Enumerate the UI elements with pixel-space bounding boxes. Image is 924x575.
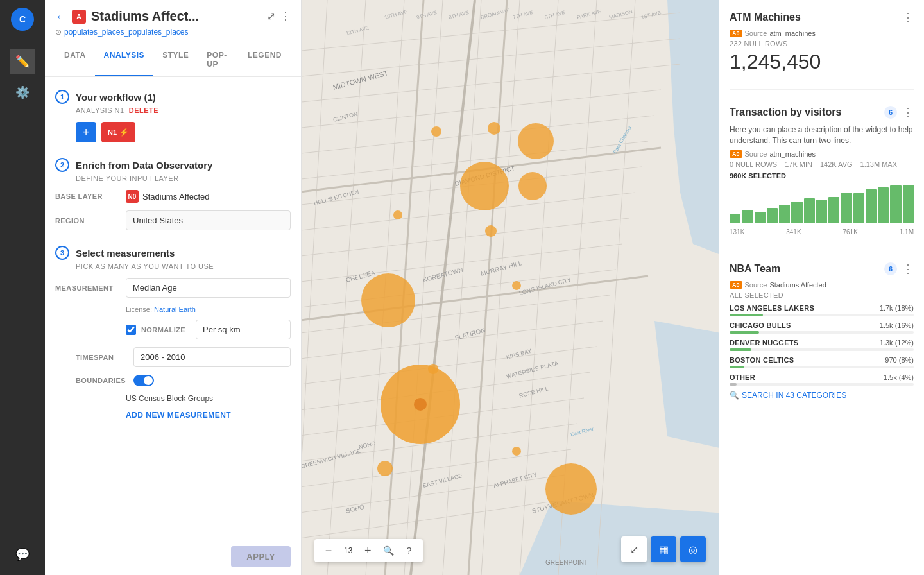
other-name: OTHER (730, 373, 755, 381)
workflow-section: 1 Your workflow (1) ANALYSIS N1 DELETE +… (55, 90, 291, 142)
nba-search-link[interactable]: 🔍 SEARCH IN 43 CATEGORIES (730, 391, 914, 400)
boundaries-row: BOUNDARIES (76, 375, 291, 386)
boundaries-toggle-btn[interactable] (133, 375, 154, 386)
n1-button[interactable]: N1 ⚡ (101, 122, 135, 142)
transaction-source-name: atm_machines (769, 150, 816, 158)
logo-button[interactable]: C (11, 8, 34, 31)
chat-icon[interactable]: 💬 (10, 542, 35, 567)
map-help-icon[interactable]: ? (400, 542, 418, 560)
normalize-label: NORMALIZE (141, 326, 185, 334)
hist-label-3: 761K (843, 228, 858, 236)
layer-badge: A (72, 10, 86, 24)
avg-stat: 142K AVG (820, 160, 853, 168)
analysis-panel: ← A Stadiums Affect... ⤢ ⋮ ⊙ populates_p… (45, 0, 302, 575)
transaction-badge: 6 (884, 106, 897, 119)
target-button[interactable]: ◎ (680, 536, 706, 562)
base-layer-value: N0 Stadiums Affected (126, 190, 291, 203)
nba-title: NBA Team (730, 263, 780, 275)
nba-bar-celtics: BOSTON CELTICS 970 (8%) (730, 356, 914, 368)
apply-button[interactable]: APPLY (231, 546, 291, 567)
right-panel: ATM Machines ⋮ A0 Source atm_machines 23… (719, 0, 924, 575)
tab-legend[interactable]: LEGEND (239, 44, 291, 76)
other-track (730, 383, 914, 386)
tab-data[interactable]: DATA (55, 44, 95, 76)
region-value (126, 210, 291, 230)
map-area: MIDTOWN WEST CLINTON HELL'S KITCHEN DIAM… (302, 0, 719, 575)
hist-bar-10 (841, 193, 851, 223)
svg-point-68 (361, 273, 415, 327)
tab-popup[interactable]: POP-UP (198, 44, 239, 76)
atm-source-name: atm_machines (769, 30, 816, 37)
transaction-source-row: A0 Source atm_machines (730, 150, 914, 158)
transaction-title: Transaction by visitors (730, 107, 841, 118)
hist-bar-5 (779, 205, 790, 223)
section-num-3: 3 (55, 246, 69, 260)
expand-icon[interactable]: ⤢ (267, 10, 275, 22)
expand-map-button[interactable]: ⤢ (621, 536, 647, 562)
settings-icon[interactable]: ⚙️ (10, 80, 35, 105)
boundaries-label: BOUNDARIES (76, 377, 133, 384)
hist-label-4: 1.1M (900, 228, 914, 236)
nba-menu-icon[interactable]: ⋮ (902, 262, 914, 276)
add-measurement-link[interactable]: ADD NEW MEASUREMENT (126, 411, 291, 420)
tab-style[interactable]: STYLE (153, 44, 198, 76)
map-search-icon[interactable]: 🔍 (379, 542, 397, 560)
hist-bar-8 (816, 200, 827, 223)
lakers-track (730, 314, 914, 316)
nba-bar-nuggets: DENVER NUGGETS 1.3k (12%) (730, 339, 914, 351)
zoom-out-button[interactable]: − (320, 542, 338, 560)
nba-actions: 6 ⋮ (884, 262, 914, 276)
celtics-track (730, 366, 914, 368)
nba-bar-bulls: CHICAGO BULLS 1.5k (16%) (730, 322, 914, 334)
nuggets-name: DENVER NUGGETS (730, 339, 799, 347)
base-layer-label: BASE LAYER (55, 193, 126, 200)
measurement-input[interactable] (126, 278, 291, 298)
edit-icon[interactable]: ✏️ (10, 49, 35, 74)
transaction-menu-icon[interactable]: ⋮ (902, 105, 914, 119)
enrich-section: 2 Enrich from Data Observatory DEFINE YO… (55, 158, 291, 230)
hist-label-2: 341K (786, 228, 801, 236)
layer-link[interactable]: populates_places_populates_places (64, 28, 188, 37)
transaction-hist-labels: 131K 341K 761K 1.1M (730, 228, 914, 236)
transaction-actions: 6 ⋮ (884, 105, 914, 119)
tab-analysis[interactable]: ANALYSIS (95, 44, 154, 76)
hist-bar-4 (767, 208, 778, 223)
atm-menu-icon[interactable]: ⋮ (902, 10, 914, 24)
delete-link[interactable]: DELETE (129, 107, 158, 114)
transaction-histogram[interactable] (730, 185, 914, 223)
panel-title: Stadiums Affect... (91, 9, 262, 24)
zoom-in-button[interactable]: + (359, 542, 377, 560)
region-input[interactable] (126, 210, 291, 230)
subtitle-icon: ⊙ (55, 28, 62, 37)
measurements-sub: PICK AS MANY AS YOU WANT TO USE (76, 262, 291, 270)
map-bottom-right: ⤢ ▦ ◎ (621, 536, 706, 562)
grid-view-button[interactable]: ▦ (651, 536, 676, 562)
normalize-input[interactable] (196, 320, 291, 339)
hist-bar-2 (742, 210, 753, 223)
atm-source-label: Source (745, 30, 767, 37)
nba-source-badge: A0 (730, 281, 742, 289)
svg-point-80 (377, 461, 393, 476)
atm-title: ATM Machines (730, 12, 801, 23)
svg-point-75 (485, 225, 497, 237)
svg-point-72 (431, 126, 441, 137)
selected-label: 960K SELECTED (730, 172, 914, 180)
add-button[interactable]: + (76, 122, 96, 142)
back-button[interactable]: ← (55, 11, 67, 22)
svg-point-79 (512, 447, 521, 456)
measurements-section: 3 Select measurements PICK AS MANY AS YO… (55, 246, 291, 420)
nba-source-label: Source (745, 281, 767, 289)
nba-bar-other: OTHER 1.5k (4%) (730, 373, 914, 386)
hist-bar-7 (804, 198, 815, 223)
measurement-row: MEASUREMENT (55, 278, 291, 298)
license-link[interactable]: Natural Earth (154, 305, 196, 313)
workflow-sub: ANALYSIS N1 DELETE (76, 107, 291, 114)
n0-badge: N0 (126, 190, 139, 203)
normalize-checkbox[interactable] (126, 325, 136, 335)
lakers-name: LOS ANGELES LAKERS (730, 304, 814, 312)
timespan-input[interactable] (133, 347, 291, 367)
search-link-label: SEARCH IN 43 CATEGORIES (742, 391, 846, 400)
panel-content: 1 Your workflow (1) ANALYSIS N1 DELETE +… (45, 77, 301, 538)
panel-menu-icon[interactable]: ⋮ (280, 10, 291, 22)
celtics-fill (730, 366, 744, 368)
